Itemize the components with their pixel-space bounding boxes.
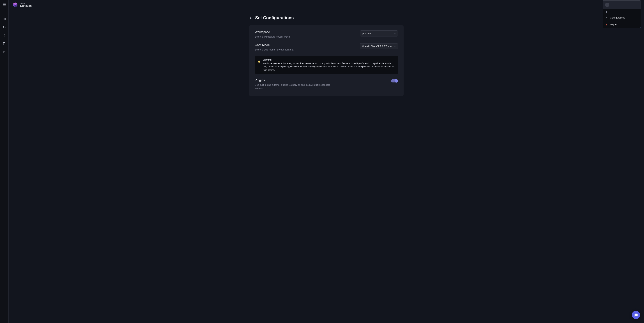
account-logout-item[interactable]: Logout [603,21,640,28]
avatar [605,3,609,7]
plugins-toggle[interactable] [391,79,398,82]
plug-icon[interactable] [2,34,6,37]
back-button[interactable] [249,16,253,20]
brand-large: Donovan [20,4,32,8]
brand-small: scale [20,2,32,4]
chevron-down-icon [394,46,396,47]
account-header[interactable] [603,0,640,9]
chevron-down-icon [394,32,396,34]
plugins-label: Plugins [255,78,330,82]
user-icon [605,11,608,13]
chatmodel-desc: Select a chat model for your backend. [255,48,294,52]
workspace-selected-value: personal [362,32,372,35]
sidebar [0,0,8,323]
workspace-desc: Select a workspace to work within. [255,35,290,38]
alert-body: You have selected a third-party model. P… [263,62,394,72]
chatmodel-select[interactable]: OpenAI Chat GPT 3.5 Turbo [360,43,398,50]
account-configurations-item[interactable]: Configurations [603,14,640,21]
account-configurations-label: Configurations [610,16,625,19]
page-title: Set Configurations [255,15,294,20]
account-popover: Configurations Logout [603,0,641,28]
config-card: Workspace Select a workspace to work wit… [249,25,404,96]
logout-icon [605,24,608,26]
file-icon[interactable] [2,42,6,46]
support-chat-fab[interactable] [632,311,640,319]
warning-alert: Warning: You have selected a third-party… [255,56,398,74]
chatmodel-label: Chat Model [255,43,294,47]
workspace-select[interactable]: personal [360,30,398,36]
warning-icon [255,58,263,63]
chatmodel-selected-value: OpenAI Chat GPT 3.5 Turbo [362,45,392,48]
account-logout-label: Logout [610,23,617,26]
account-profile-item[interactable] [603,9,640,14]
workspace-label: Workspace [255,30,290,34]
alert-title: Warning: [263,58,394,62]
flag-icon[interactable] [2,50,6,54]
topbar: scale Donovan [8,0,644,10]
apps-grid-icon[interactable] [2,17,6,21]
chat-icon[interactable] [2,25,6,29]
plugins-desc: Use built-in and external plugins to que… [255,83,330,90]
wrench-icon [605,17,608,19]
brand-logo [12,2,18,8]
hamburger-menu-icon[interactable] [2,2,6,6]
brand-text: scale Donovan [20,2,32,8]
